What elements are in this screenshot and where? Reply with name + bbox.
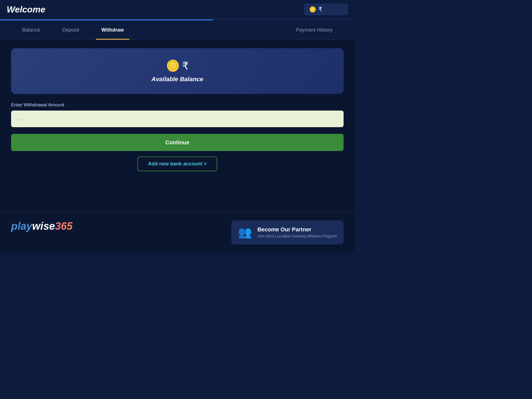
logo-play-text: play bbox=[11, 220, 32, 232]
rupee-icon: ₹ bbox=[318, 6, 322, 13]
withdrawal-form-section: Enter Withdrawal Amount bbox=[11, 102, 344, 127]
amount-label: Enter Withdrawal Amount bbox=[11, 102, 344, 108]
logo-365-text: 365 bbox=[55, 220, 72, 232]
tab-withdraw[interactable]: Withdraw bbox=[90, 21, 135, 40]
balance-icons: 🪙 ₹ bbox=[17, 59, 338, 72]
tab-deposit[interactable]: Deposit bbox=[51, 21, 90, 40]
footer: playwise365 👥 Become Our Partner Join Mo… bbox=[0, 212, 355, 253]
header-balance-widget: 🪙 ₹ bbox=[304, 4, 348, 15]
continue-button[interactable]: Continue bbox=[11, 134, 344, 151]
balance-label: Available Balance bbox=[17, 76, 338, 83]
site-logo: playwise365 bbox=[11, 220, 73, 232]
tab-balance[interactable]: Balance bbox=[11, 21, 51, 40]
partner-subtitle: Join Most Lucrative Gaming Affiliates Pr… bbox=[257, 234, 337, 238]
partner-info: Become Our Partner Join Most Lucrative G… bbox=[257, 226, 337, 238]
add-bank-account-button[interactable]: Add new bank account > bbox=[137, 157, 217, 171]
logo-wise-text: wise bbox=[32, 220, 55, 232]
partner-title: Become Our Partner bbox=[257, 226, 337, 233]
withdrawal-amount-input[interactable] bbox=[11, 111, 344, 127]
partner-card: 👥 Become Our Partner Join Most Lucrative… bbox=[231, 220, 344, 244]
header: Welcome 🪙 ₹ bbox=[0, 0, 355, 19]
tab-payment-history[interactable]: Payment History bbox=[285, 21, 344, 40]
balance-rupee-symbol: ₹ bbox=[182, 60, 189, 72]
balance-card: 🪙 ₹ Available Balance bbox=[11, 48, 344, 94]
coin-icon: 🪙 bbox=[309, 6, 316, 13]
coins-emoji-icon: 🪙 bbox=[166, 59, 180, 72]
site-title: Welcome bbox=[7, 4, 45, 15]
partner-icon: 👥 bbox=[238, 226, 252, 239]
nav-tabs: Balance Deposit Withdraw Payment History bbox=[0, 21, 355, 40]
main-content: 🪙 ₹ Available Balance Enter Withdrawal A… bbox=[0, 40, 355, 212]
